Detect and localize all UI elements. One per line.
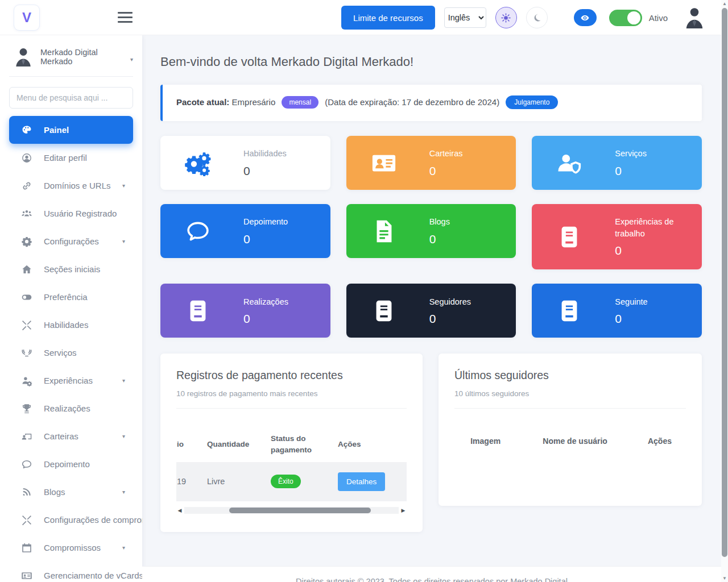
vcard-icon xyxy=(21,570,32,581)
copyright-text: Direitos autorais © 2023. Todos os direi… xyxy=(296,577,568,582)
sidebar-item-dominios-e-urls[interactable]: Domínios e URLs▾ xyxy=(9,172,133,199)
sidebar-item-label: Habilidades xyxy=(44,320,88,330)
stat-card-label: Realizações xyxy=(243,296,288,308)
sidebar-item-depoimento[interactable]: Depoimento xyxy=(9,450,133,478)
preview-button[interactable] xyxy=(574,9,597,26)
resource-limit-button[interactable]: Limite de recursos xyxy=(341,6,435,30)
payments-column-header: io xyxy=(176,427,202,462)
stat-card-value: 0 xyxy=(429,232,450,246)
language-select[interactable]: Inglês xyxy=(444,7,486,28)
comment-icon xyxy=(21,459,32,470)
chevron-down-icon: ▾ xyxy=(122,238,127,244)
stat-card-value: 0 xyxy=(615,312,647,326)
page-scrollbar-thumb[interactable] xyxy=(722,8,727,557)
sidebar-item-label: Domínios e URLs xyxy=(44,181,111,190)
sidebar-item-label: Blogs xyxy=(44,487,65,497)
payments-title: Registros de pagamento recentes xyxy=(176,369,407,382)
chevron-down-icon: ▾ xyxy=(122,489,127,495)
sun-icon xyxy=(500,13,511,23)
payment-status-badge: Êxito xyxy=(271,475,301,488)
scroll-left-icon[interactable]: ◀ xyxy=(176,508,183,513)
main-content: Bem-vindo de volta Merkado Digital Merka… xyxy=(142,35,721,582)
id-card-icon xyxy=(371,150,397,176)
sidebar-item-configuracoes-de-compromisso[interactable]: Configurações de compromisso xyxy=(9,506,133,534)
stat-card-label: Seguinte xyxy=(615,296,647,308)
scrollbar-track[interactable] xyxy=(184,507,399,514)
trophy-icon xyxy=(21,403,32,414)
sidebar-item-servicos[interactable]: Serviços xyxy=(9,339,133,367)
followers-column-header: Imagem xyxy=(454,430,516,452)
sidebar-item-compromissos[interactable]: Compromissos▾ xyxy=(9,534,133,562)
sidebar-item-carteiras[interactable]: Carteiras▾ xyxy=(9,422,133,450)
sidebar-item-label: Preferência xyxy=(44,292,88,302)
stat-card-carteiras: Carteiras0 xyxy=(346,136,516,190)
horizontal-scrollbar[interactable]: ◀ ▶ xyxy=(176,506,407,515)
payments-subtitle: 10 registros de pagamento mais recentes xyxy=(176,389,407,398)
sidebar-item-label: Painel xyxy=(44,125,69,135)
scroll-right-icon[interactable]: ▶ xyxy=(400,508,407,513)
sidebar-item-label: Usuário Registrado xyxy=(44,209,117,218)
tools-icon xyxy=(21,319,32,331)
sidebar-item-label: Depoimento xyxy=(44,459,90,469)
users-icon xyxy=(21,208,32,219)
sidebar-item-secoes-iniciais[interactable]: Seções iniciais xyxy=(9,255,133,283)
sidebar-menu: PainelEditar perfilDomínios e URLs▾Usuár… xyxy=(9,116,133,582)
light-mode-button[interactable] xyxy=(495,7,517,28)
user-avatar[interactable] xyxy=(684,5,705,30)
stat-card-label: Habilidades xyxy=(243,148,287,160)
sidebar-item-habilidades[interactable]: Habilidades xyxy=(9,311,133,339)
details-button[interactable]: Detalhes xyxy=(338,472,385,491)
sidebar-item-realizacoes[interactable]: Realizações xyxy=(9,394,133,422)
toggle-icon xyxy=(21,292,32,303)
sidebar-item-label: Experiências xyxy=(44,376,93,385)
followers-subtitle: 10 últimos seguidores xyxy=(454,389,686,398)
stat-card-value: 0 xyxy=(243,312,288,326)
stat-card-label: Experiências de trabalho xyxy=(615,216,684,240)
scroll-down-icon[interactable]: ▼ xyxy=(721,576,728,581)
sidebar-item-preferencia[interactable]: Preferência xyxy=(9,283,133,311)
payments-header-row: ioQuantidadeStatus do pagamentoAções xyxy=(176,427,407,462)
status-toggle[interactable] xyxy=(609,10,642,26)
user-gear-icon xyxy=(21,375,32,386)
sidebar-item-usuario-registrado[interactable]: Usuário Registrado xyxy=(9,199,133,227)
top-header: V Limite de recursos Inglês Ativo xyxy=(0,0,721,35)
stat-card-label: Serviços xyxy=(615,148,647,160)
payments-table: ioQuantidadeStatus do pagamentoAções 19L… xyxy=(176,427,407,501)
payment-row: 19LivreÊxitoDetalhes xyxy=(176,462,407,501)
calendar-icon xyxy=(21,542,32,554)
stat-card-seguinte: Seguinte0 xyxy=(532,284,702,338)
sidebar-item-configuracoes[interactable]: Configurações▾ xyxy=(9,227,133,255)
sidebar-item-gerenciamento-de-vcards[interactable]: Gerenciamento de vCards▾ xyxy=(9,562,133,582)
user-circle-icon xyxy=(21,152,32,164)
file-icon xyxy=(371,218,397,244)
eye-icon xyxy=(580,13,590,23)
menu-toggle-icon[interactable] xyxy=(118,12,133,26)
followers-panel: Últimos seguidores 10 últimos seguidores… xyxy=(439,354,702,506)
profile-menu[interactable]: Merkado Digital Merkado ▾ xyxy=(9,45,133,77)
stat-card-value: 0 xyxy=(243,232,288,246)
sidebar-item-experiencias[interactable]: Experiências▾ xyxy=(9,367,133,394)
followers-title: Últimos seguidores xyxy=(454,369,686,382)
status-toggle-label: Ativo xyxy=(649,13,668,23)
sidebar-item-blogs[interactable]: Blogs▾ xyxy=(9,478,133,506)
sidebar-item-editar-perfil[interactable]: Editar perfil xyxy=(9,144,133,172)
followers-header-row: ImagemNome de usuárioAções xyxy=(454,430,686,452)
scroll-up-icon[interactable]: ▲ xyxy=(721,1,728,6)
app-logo[interactable]: V xyxy=(14,5,40,31)
scrollbar-thumb[interactable] xyxy=(229,508,371,513)
sidebar-item-painel[interactable]: Painel xyxy=(9,116,133,144)
sidebar-item-label: Serviços xyxy=(44,348,77,357)
book-icon xyxy=(556,298,582,324)
payments-column-header: Status do pagamento xyxy=(266,427,333,462)
package-name: Empresário xyxy=(232,97,276,107)
page-scrollbar[interactable]: ▲ ▼ xyxy=(721,0,728,582)
menu-search-input[interactable] xyxy=(9,87,133,109)
user-shield-icon xyxy=(556,150,582,176)
book-icon xyxy=(371,298,397,324)
stat-card-label: Depoimento xyxy=(243,216,288,228)
sidebar-item-label: Configurações xyxy=(44,236,99,246)
stat-card-value: 0 xyxy=(429,164,463,178)
stat-card-blogs: Blogs0 xyxy=(346,204,516,258)
dark-mode-button[interactable] xyxy=(526,7,548,28)
profile-name: Merkado Digital Merkado xyxy=(40,48,124,66)
